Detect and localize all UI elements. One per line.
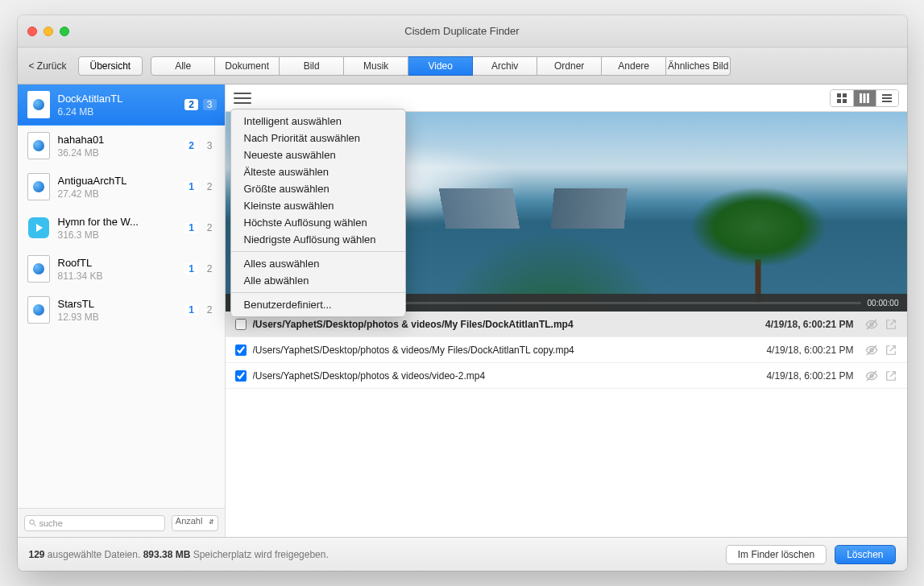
tab-ordner[interactable]: Ordner (537, 56, 602, 76)
svg-rect-3 (843, 93, 847, 97)
menu-item[interactable]: Alle abwählen (231, 272, 405, 289)
file-path: /Users/YaphetS/Desktop/photos & videos/M… (253, 319, 760, 330)
menu-item[interactable]: Kleinste auswählen (231, 197, 405, 214)
svg-rect-7 (864, 93, 866, 103)
chevron-updown-icon: ⇵ (209, 518, 214, 526)
menu-item[interactable]: Alles auswählen (231, 255, 405, 272)
sort-label: Anzahl (176, 516, 203, 526)
selected-badge: 1 (184, 263, 198, 274)
table-row[interactable]: /Users/YaphetS/Desktop/photos & videos/v… (226, 363, 907, 389)
selected-badge: 2 (184, 99, 198, 110)
item-size: 6.24 MB (58, 106, 177, 118)
back-button[interactable]: < Zurück (26, 57, 70, 75)
video-file-icon (27, 91, 50, 118)
svg-point-0 (29, 520, 34, 525)
maximize-icon[interactable] (60, 27, 69, 36)
menu-item[interactable]: Nach Priorität auswählen (231, 130, 405, 146)
tab-alle[interactable]: Alle (151, 56, 215, 76)
list-item[interactable]: DockAtitlanTL6.24 MB23 (18, 85, 225, 126)
svg-rect-8 (867, 93, 869, 103)
tab-bild[interactable]: Bild (280, 56, 344, 76)
item-size: 316.3 MB (58, 229, 177, 241)
video-file-icon (27, 214, 50, 241)
search-icon (28, 518, 37, 527)
window-controls (27, 27, 69, 36)
tab-dokument[interactable]: Dokument (215, 56, 280, 76)
menu-item[interactable]: Neueste auswählen (231, 146, 405, 163)
selected-badge: 1 (184, 222, 198, 233)
selected-count: 129 (29, 549, 45, 560)
table-row[interactable]: /Users/YaphetS/Desktop/photos & videos/M… (226, 337, 907, 363)
tab-archiv[interactable]: Archiv (473, 56, 537, 76)
file-date: 4/19/18, 6:00:21 PM (765, 319, 853, 330)
menu-item[interactable]: Größte auswählen (231, 180, 405, 197)
menu-item[interactable]: Niedrigste Auflösung wählen (231, 231, 405, 248)
item-name: Hymn for the W... (58, 216, 177, 228)
list-item[interactable]: StarsTL12.93 MB12 (18, 290, 225, 331)
menu-item[interactable]: Intelligent auswählen (231, 113, 405, 130)
svg-rect-2 (837, 93, 841, 97)
item-size: 12.93 MB (58, 312, 177, 323)
selected-badge: 1 (184, 304, 198, 316)
view-grid-button[interactable] (831, 90, 853, 106)
reveal-icon[interactable] (885, 344, 897, 357)
item-name: StarsTL (58, 298, 177, 310)
duplicate-groups-list: DockAtitlanTL6.24 MB23hahaha0136.24 MB23… (18, 85, 225, 508)
menu-item[interactable]: Höchste Auflösung wählen (231, 214, 405, 231)
total-badge: 2 (203, 263, 217, 274)
hide-icon[interactable] (865, 369, 878, 382)
main-panel: Intelligent auswählenNach Priorität ausw… (226, 85, 907, 537)
row-checkbox[interactable] (235, 370, 247, 382)
tab-ähnliches-bild[interactable]: Ähnliches Bild (666, 56, 731, 76)
tab-video[interactable]: Video (408, 56, 473, 76)
search-input[interactable]: suche (24, 515, 165, 531)
row-checkbox[interactable] (235, 319, 247, 330)
svg-rect-5 (843, 99, 847, 103)
svg-rect-4 (837, 99, 841, 103)
titlebar: Cisdem Duplicate Finder (18, 15, 907, 47)
reveal-icon[interactable] (885, 369, 897, 382)
total-badge: 2 (203, 304, 217, 316)
list-item[interactable]: AntiguaArchTL27.42 MB12 (18, 167, 225, 208)
selected-badge: 1 (184, 181, 198, 192)
view-columns-button[interactable] (853, 90, 876, 106)
overview-button[interactable]: Übersicht (78, 56, 143, 76)
tab-musik[interactable]: Musik (344, 56, 408, 76)
menu-item[interactable]: Älteste auswählen (231, 163, 405, 180)
window-title: Cisdem Duplicate Finder (18, 25, 907, 37)
row-checkbox[interactable] (235, 345, 247, 356)
minimize-icon[interactable] (44, 27, 53, 36)
total-badge: 2 (203, 181, 217, 192)
menu-item[interactable]: Benutzerdefiniert... (231, 296, 405, 313)
freed-size: 893.38 MB (143, 549, 191, 560)
category-tabs: AlleDokumentBildMusikVideoArchivOrdnerAn… (151, 56, 731, 76)
hide-icon[interactable] (865, 344, 878, 357)
selection-menu-button[interactable] (234, 91, 251, 105)
close-icon[interactable] (27, 27, 37, 36)
view-list-button[interactable] (876, 90, 898, 106)
list-item[interactable]: RoofTL811.34 KB12 (18, 249, 225, 290)
menu-separator (231, 251, 405, 252)
delete-in-finder-button[interactable]: Im Finder löschen (726, 545, 827, 564)
app-window: Cisdem Duplicate Finder < Zurück Übersic… (18, 15, 907, 571)
video-file-icon (27, 296, 50, 324)
selected-badge: 2 (184, 140, 198, 151)
delete-button[interactable]: Löschen (835, 545, 895, 564)
svg-rect-9 (882, 94, 892, 96)
list-item[interactable]: Hymn for the W...316.3 MB12 (18, 208, 225, 249)
sort-select[interactable]: Anzahl ⇵ (172, 515, 218, 531)
tab-andere[interactable]: Andere (602, 56, 666, 76)
item-size: 811.34 KB (58, 270, 177, 282)
hide-icon[interactable] (865, 318, 878, 331)
list-item[interactable]: hahaha0136.24 MB23 (18, 126, 225, 167)
reveal-icon[interactable] (885, 318, 897, 331)
svg-rect-10 (882, 97, 892, 99)
search-placeholder: suche (39, 518, 63, 528)
sidebar-footer: suche Anzahl ⇵ (18, 508, 225, 537)
video-file-icon (27, 173, 50, 200)
footer: 129 ausgewählte Dateien. 893.38 MB Speic… (18, 537, 907, 571)
svg-rect-11 (882, 101, 892, 102)
selection-context-menu: Intelligent auswählenNach Priorität ausw… (230, 109, 406, 317)
item-size: 27.42 MB (58, 188, 177, 200)
video-file-icon (27, 255, 50, 283)
